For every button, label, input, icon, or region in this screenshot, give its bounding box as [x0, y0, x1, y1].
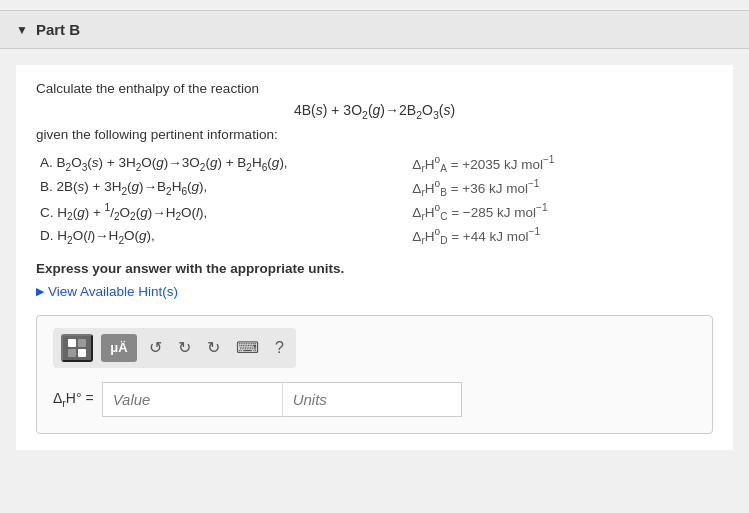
- grid-cell-2: [78, 339, 86, 347]
- grid-cell-4: [78, 349, 86, 357]
- help-label: ?: [275, 339, 284, 357]
- equation-a-left: A. B2O3(s) + 3H2O(g)→3O2(g) + B2H6(g),: [36, 152, 408, 176]
- undo-button[interactable]: ↺: [145, 336, 166, 359]
- equation-b-left: B. 2B(s) + 3H2(g)→B2H6(g),: [36, 176, 408, 200]
- math-toolbar: μÄ ↺ ↻ ↻ ⌨: [53, 328, 296, 368]
- redo-icon: ↻: [178, 338, 191, 357]
- page-container: ▼ Part B Calculate the enthalpy of the r…: [0, 0, 749, 513]
- grid-icon: [68, 339, 86, 357]
- delta-label: ΔrH° =: [53, 390, 94, 409]
- table-row: A. B2O3(s) + 3H2O(g)→3O2(g) + B2H6(g), Δ…: [36, 152, 713, 176]
- refresh-button[interactable]: ↻: [203, 336, 224, 359]
- mu-label: μÄ: [110, 340, 127, 355]
- express-answer-text: Express your answer with the appropriate…: [36, 261, 713, 276]
- content-area: Calculate the enthalpy of the reaction 4…: [16, 65, 733, 450]
- mu-button[interactable]: μÄ: [101, 334, 137, 362]
- equation-d-right: ΔrHoD = +44 kJ mol−1: [408, 224, 713, 248]
- table-row: B. 2B(s) + 3H2(g)→B2H6(g), ΔrHoB = +36 k…: [36, 176, 713, 200]
- main-reaction: 4B(s) + 3O2(g)→2B2O3(s): [36, 102, 713, 121]
- hint-link[interactable]: ▶ View Available Hint(s): [36, 284, 713, 299]
- undo-icon: ↺: [149, 338, 162, 357]
- grid-button[interactable]: [61, 334, 93, 362]
- collapse-arrow-icon[interactable]: ▼: [16, 23, 28, 37]
- part-title: Part B: [36, 21, 80, 38]
- input-area: μÄ ↺ ↻ ↻ ⌨: [36, 315, 713, 434]
- redo-button[interactable]: ↻: [174, 336, 195, 359]
- units-input[interactable]: [282, 382, 462, 417]
- table-row: D. H2O(l)→H2O(g), ΔrHoD = +44 kJ mol−1: [36, 224, 713, 248]
- equation-c-left: C. H2(g) + 1/2O2(g)→H2O(l),: [36, 200, 408, 224]
- hint-link-label[interactable]: View Available Hint(s): [48, 284, 178, 299]
- refresh-icon: ↻: [207, 338, 220, 357]
- equation-a-right: ΔrHoA = +2035 kJ mol−1: [408, 152, 713, 176]
- grid-cell-1: [68, 339, 76, 347]
- intro-text: Calculate the enthalpy of the reaction: [36, 81, 713, 96]
- answer-row: ΔrH° =: [53, 382, 696, 417]
- part-header: ▼ Part B: [0, 10, 749, 49]
- equations-table: A. B2O3(s) + 3H2O(g)→3O2(g) + B2H6(g), Δ…: [36, 152, 713, 249]
- keyboard-button[interactable]: ⌨: [232, 336, 263, 359]
- table-row: C. H2(g) + 1/2O2(g)→H2O(l), ΔrHoC = −285…: [36, 200, 713, 224]
- value-input[interactable]: [102, 382, 282, 417]
- equation-d-left: D. H2O(l)→H2O(g),: [36, 224, 408, 248]
- help-button[interactable]: ?: [271, 337, 288, 359]
- grid-cell-3: [68, 349, 76, 357]
- hint-arrow-icon: ▶: [36, 285, 44, 298]
- keyboard-icon: ⌨: [236, 338, 259, 357]
- equation-b-right: ΔrHoB = +36 kJ mol−1: [408, 176, 713, 200]
- equation-c-right: ΔrHoC = −285 kJ mol−1: [408, 200, 713, 224]
- given-text: given the following pertinent informatio…: [36, 127, 713, 142]
